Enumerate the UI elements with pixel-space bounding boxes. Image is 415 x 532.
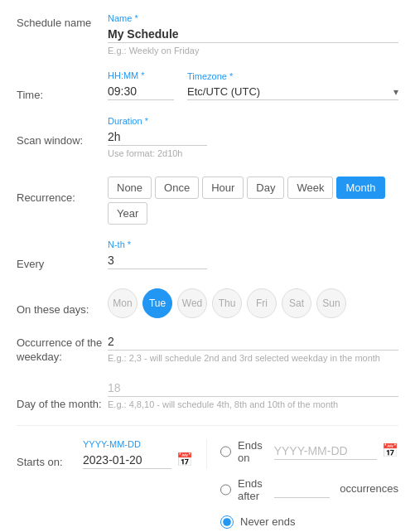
on-these-days-label: On these days:	[17, 285, 108, 316]
every-hint: N-th *	[108, 239, 398, 249]
occurrence-hint: E.g.: 2,3 - will schedule 2nd and 3rd se…	[108, 353, 398, 363]
day-thu[interactable]: Thu	[212, 288, 242, 318]
never-ends-radio[interactable]	[220, 515, 234, 529]
starts-on-hint: YYYY-MM-DD	[83, 439, 193, 449]
occurrences-label: occurrences	[340, 482, 398, 497]
scan-window-input[interactable]	[108, 128, 207, 146]
scan-window-format: Use format: 2d10h	[108, 148, 398, 158]
day-sun[interactable]: Sun	[316, 288, 346, 318]
day-mon[interactable]: Mon	[108, 288, 138, 318]
day-of-month-label: Day of the month:	[17, 380, 108, 410]
starts-on-input[interactable]	[83, 452, 171, 469]
time-label: Time:	[17, 70, 108, 101]
every-label: Every	[17, 239, 108, 270]
day-of-month-hint: E.g.: 4,8,10 - will schedule 4th, 8th an…	[108, 399, 398, 409]
starts-on-label: Starts on:	[17, 439, 75, 468]
rec-btn-week[interactable]: Week	[287, 177, 333, 199]
ends-after-option: Ends after occurrences	[220, 477, 398, 502]
schedule-name-label: Schedule name	[17, 13, 108, 29]
rec-btn-year[interactable]: Year	[108, 202, 147, 225]
ends-after-input[interactable]	[274, 481, 331, 498]
time-input[interactable]	[108, 83, 174, 100]
schedule-name-input[interactable]	[108, 26, 398, 43]
days-row: Mon Tue Wed Thu Fri Sat Sun	[108, 288, 398, 318]
schedule-name-hint: Name *	[108, 13, 398, 23]
occurrence-input[interactable]	[108, 333, 398, 351]
starts-on-calendar-icon[interactable]: 📅	[176, 452, 193, 469]
timezone-hint: Timezone *	[187, 71, 398, 81]
ends-on-label: Ends on	[238, 439, 268, 464]
timezone-select[interactable]: Etc/UTC (UTC)	[187, 84, 398, 100]
rec-btn-once[interactable]: Once	[155, 177, 199, 199]
ends-on-input[interactable]	[274, 443, 377, 460]
day-sat[interactable]: Sat	[282, 288, 311, 318]
occurrence-label: Occurrence of the weekday:	[17, 333, 108, 365]
ends-on-option: Ends on 📅	[220, 439, 398, 464]
rec-btn-month[interactable]: Month	[336, 177, 384, 199]
schedule-name-placeholder: E.g.: Weekly on Friday	[108, 46, 398, 56]
ends-after-label: Ends after	[238, 477, 263, 502]
every-input[interactable]	[108, 252, 207, 269]
divider	[17, 425, 398, 426]
ends-after-radio[interactable]	[220, 483, 231, 496]
never-ends-label: Never ends	[240, 515, 295, 528]
ends-on-calendar-icon[interactable]: 📅	[382, 443, 398, 460]
day-wed[interactable]: Wed	[177, 288, 207, 318]
day-fri[interactable]: Fri	[247, 288, 277, 318]
recurrence-label: Recurrence:	[17, 173, 108, 204]
day-of-month-input[interactable]	[108, 380, 398, 397]
day-tue[interactable]: Tue	[142, 288, 172, 318]
scan-window-label: Scan window:	[17, 116, 108, 147]
rec-btn-hour[interactable]: Hour	[202, 177, 244, 199]
scan-window-hint: Duration *	[108, 116, 398, 126]
never-ends-option: Never ends	[220, 515, 398, 529]
time-hint: HH:MM *	[108, 70, 174, 80]
rec-btn-none[interactable]: None	[108, 177, 152, 199]
starts-on-row: Starts on: YYYY-MM-DD 📅 Ends on 📅	[17, 439, 398, 532]
ends-on-radio[interactable]	[220, 445, 231, 458]
rec-btn-day[interactable]: Day	[247, 177, 284, 199]
recurrence-buttons: None Once Hour Day Week Month Year	[108, 177, 398, 225]
